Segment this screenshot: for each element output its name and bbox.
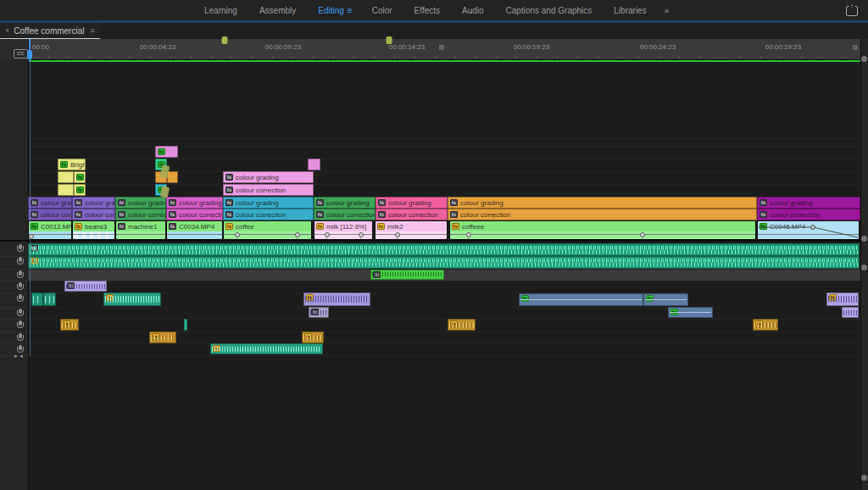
- effect-clip[interactable]: [58, 184, 74, 196]
- colour-grading-clip[interactable]: fxcolour grading: [166, 197, 223, 209]
- audio-waveform: [33, 294, 42, 304]
- video-clip[interactable]: fxcoffeee: [449, 220, 756, 240]
- effect-clip[interactable]: [308, 159, 320, 170]
- colour-grading-clip[interactable]: fxcolour grading: [115, 197, 166, 209]
- colour-grading-clip[interactable]: fxcolour grading: [223, 197, 314, 209]
- scroll-knob[interactable]: [861, 236, 867, 242]
- colour-correction-clip[interactable]: fxcolour correction: [115, 209, 166, 220]
- fx-badge: fx: [316, 199, 324, 206]
- fx-badge: fx: [306, 294, 314, 301]
- clip-label: colour gradi: [41, 199, 71, 207]
- video-clip[interactable]: fxmilk2: [375, 220, 448, 240]
- colour-correction-clip[interactable]: fxcolour correction: [757, 209, 860, 220]
- effect-clip[interactable]: fx: [74, 171, 86, 183]
- fit-timeline-icon[interactable]: ►◄: [14, 354, 24, 359]
- audio-clip[interactable]: fx: [309, 307, 329, 318]
- colour-grading-clip[interactable]: fxcolour grading: [448, 197, 757, 209]
- effect-clip[interactable]: [167, 171, 178, 183]
- voiceover-record-button[interactable]: [16, 333, 25, 343]
- voiceover-record-button[interactable]: [16, 257, 25, 267]
- audio-clip[interactable]: [184, 319, 187, 331]
- voiceover-record-button[interactable]: [16, 309, 25, 319]
- colour-correction-clip[interactable]: fxcolour correction: [448, 209, 757, 220]
- effect-clip[interactable]: fxcolour grading: [223, 171, 314, 183]
- audio-clip[interactable]: fx: [64, 281, 107, 292]
- audio-clip[interactable]: fx: [103, 292, 161, 306]
- keyframe-dot[interactable]: [235, 232, 240, 237]
- fx-badge: fx: [31, 258, 38, 264]
- colour-grading-clip[interactable]: fxcolour gradi: [28, 197, 72, 209]
- video-clip[interactable]: fxC0034.MP4: [166, 220, 223, 240]
- colour-correction-clip[interactable]: fxcolour corr: [28, 209, 72, 220]
- clip-body: [450, 231, 755, 239]
- rubber-band-handle[interactable]: [29, 234, 34, 239]
- keyframe-dot[interactable]: [640, 232, 645, 237]
- video-clip[interactable]: fxmachine1: [115, 220, 166, 240]
- voiceover-record-button[interactable]: [16, 244, 25, 254]
- keyframe-dot[interactable]: [395, 232, 400, 237]
- audio-clip[interactable]: fx: [826, 292, 859, 306]
- track-divider: [28, 281, 860, 281]
- fx-badge: fx: [158, 148, 165, 155]
- audio-clip[interactable]: fx: [28, 243, 860, 256]
- audio-clip[interactable]: fx: [149, 331, 176, 343]
- keyframe-dot[interactable]: [325, 232, 330, 237]
- colour-correction-clip[interactable]: fxcolour correction: [314, 209, 376, 220]
- audio-clip[interactable]: fx: [28, 256, 860, 269]
- audio-clip[interactable]: fx: [60, 319, 79, 331]
- closed-captions-icon[interactable]: CC: [14, 49, 28, 58]
- colour-grading-clip[interactable]: fxcolour grading: [757, 197, 860, 209]
- effect-clip[interactable]: fxBrigh: [58, 159, 86, 170]
- audio-clip[interactable]: fx: [210, 343, 323, 354]
- voiceover-record-button[interactable]: [16, 282, 25, 292]
- scroll-knob[interactable]: [861, 475, 867, 481]
- audio-clip[interactable]: fx: [370, 270, 444, 280]
- audio-clip[interactable]: fx: [668, 307, 713, 318]
- audio-waveform: [212, 345, 321, 353]
- clip-body: [314, 231, 372, 239]
- audio-clip[interactable]: [31, 292, 43, 306]
- clip-label: colour correction: [388, 211, 438, 219]
- colour-correction-clip[interactable]: fxcolour correction: [166, 209, 223, 220]
- colour-grading-clip[interactable]: fxcolour grading: [376, 197, 448, 209]
- effect-clip[interactable]: fx: [74, 184, 86, 196]
- voiceover-record-button[interactable]: [16, 270, 25, 281]
- fx-badge: fx: [31, 245, 38, 252]
- scroll-knob[interactable]: [861, 264, 867, 270]
- keyframe-dot[interactable]: [466, 232, 471, 237]
- voiceover-record-button[interactable]: [16, 294, 25, 304]
- fx-badge: fx: [76, 187, 84, 193]
- effect-clip[interactable]: fxcolour correction: [223, 184, 314, 196]
- audio-clip[interactable]: [842, 307, 859, 318]
- video-clip[interactable]: fxC0046.MP4: [757, 220, 860, 240]
- keyframe-dot[interactable]: [295, 232, 300, 237]
- audio-clip[interactable]: fx: [753, 319, 778, 331]
- audio-clip[interactable]: fx: [643, 293, 688, 306]
- video-clip[interactable]: fxcoffee: [223, 220, 312, 240]
- audio-clip[interactable]: fx: [303, 292, 370, 306]
- premiere-timeline-window: LearningAssemblyEditing≡ColorEffectsAudi…: [0, 0, 868, 490]
- audio-clip[interactable]: [43, 292, 56, 306]
- scroll-knob[interactable]: [861, 56, 867, 62]
- voiceover-record-button[interactable]: [16, 320, 25, 331]
- colour-correction-clip[interactable]: fxcolour correction: [223, 209, 314, 220]
- clip-name-bar: fxcoffee: [224, 221, 311, 231]
- colour-grading-clip[interactable]: fxcolour grad: [72, 197, 115, 209]
- effect-clip[interactable]: [58, 171, 74, 183]
- colour-grading-clip[interactable]: fxcolour grading: [314, 197, 376, 209]
- video-clip[interactable]: fxmilk [112.6%]: [314, 220, 373, 240]
- fx-badge: fx: [169, 223, 176, 230]
- clip-label: colour corr: [85, 211, 114, 219]
- colour-correction-clip[interactable]: fxcolour corr: [72, 209, 115, 220]
- video-clip[interactable]: fxbeans3: [72, 220, 115, 240]
- playhead-handle[interactable]: [27, 50, 32, 59]
- audio-clip[interactable]: fx: [448, 319, 476, 331]
- clip-body: [73, 231, 114, 239]
- effect-clip[interactable]: fx: [155, 146, 178, 158]
- audio-clip[interactable]: fx: [302, 331, 324, 343]
- keyframe-dot[interactable]: [359, 232, 364, 237]
- video-clip[interactable]: fxC0012.MP4: [28, 220, 72, 240]
- audio-clip[interactable]: fx: [519, 293, 643, 306]
- clip-name-bar: fxbeans3: [73, 221, 114, 231]
- colour-correction-clip[interactable]: fxcolour correction: [376, 209, 448, 220]
